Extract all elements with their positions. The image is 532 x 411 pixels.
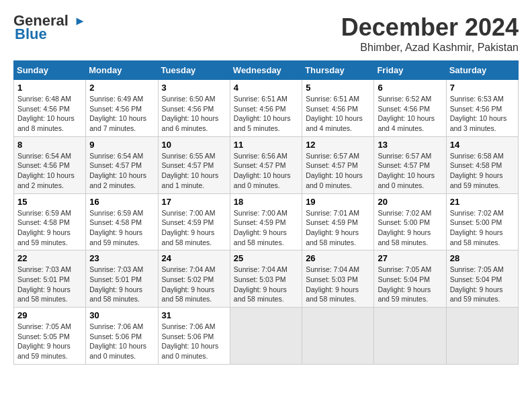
calendar-week-row: 29 Sunrise: 7:05 AMSunset: 5:05 PMDaylig… — [14, 308, 519, 365]
calendar-cell — [446, 308, 518, 365]
day-detail: Sunrise: 7:03 AMSunset: 5:01 PMDaylight:… — [17, 265, 71, 303]
day-detail: Sunrise: 7:06 AMSunset: 5:06 PMDaylight:… — [89, 322, 146, 360]
calendar-table: SundayMondayTuesdayWednesdayThursdayFrid… — [13, 60, 519, 365]
calendar-cell: 19 Sunrise: 7:01 AMSunset: 4:59 PMDaylig… — [302, 193, 374, 250]
day-number: 29 — [17, 310, 82, 320]
calendar-cell: 16 Sunrise: 6:59 AMSunset: 4:58 PMDaylig… — [86, 193, 158, 250]
day-detail: Sunrise: 6:59 AMSunset: 4:58 PMDaylight:… — [89, 209, 143, 246]
day-detail: Sunrise: 6:55 AMSunset: 4:57 PMDaylight:… — [162, 152, 219, 189]
day-number: 7 — [450, 83, 515, 93]
logo: General Blue — [13, 13, 86, 42]
weekday-header-saturday: Saturday — [446, 61, 518, 80]
day-detail: Sunrise: 7:00 AMSunset: 4:59 PMDaylight:… — [162, 209, 216, 246]
calendar-cell: 10 Sunrise: 6:55 AMSunset: 4:57 PMDaylig… — [158, 136, 230, 193]
weekday-header-friday: Friday — [374, 61, 446, 80]
day-detail: Sunrise: 6:54 AMSunset: 4:57 PMDaylight:… — [89, 152, 146, 189]
day-number: 5 — [306, 83, 370, 93]
day-detail: Sunrise: 6:52 AMSunset: 4:56 PMDaylight:… — [378, 95, 435, 132]
calendar-cell: 11 Sunrise: 6:56 AMSunset: 4:57 PMDaylig… — [230, 136, 302, 193]
calendar-cell — [230, 308, 302, 365]
calendar-cell: 7 Sunrise: 6:53 AMSunset: 4:56 PMDayligh… — [446, 80, 518, 137]
day-number: 9 — [89, 140, 154, 150]
day-detail: Sunrise: 6:54 AMSunset: 4:56 PMDaylight:… — [17, 152, 75, 189]
calendar-cell: 9 Sunrise: 6:54 AMSunset: 4:57 PMDayligh… — [86, 136, 158, 193]
calendar-cell: 8 Sunrise: 6:54 AMSunset: 4:56 PMDayligh… — [14, 136, 86, 193]
header: General Blue December 2024 Bhimber, Azad… — [13, 13, 519, 54]
day-detail: Sunrise: 6:57 AMSunset: 4:57 PMDaylight:… — [378, 152, 435, 189]
calendar-cell: 13 Sunrise: 6:57 AMSunset: 4:57 PMDaylig… — [374, 136, 446, 193]
day-number: 1 — [17, 83, 82, 93]
calendar-cell: 31 Sunrise: 7:06 AMSunset: 5:06 PMDaylig… — [158, 308, 230, 365]
day-number: 25 — [234, 253, 298, 263]
day-detail: Sunrise: 7:05 AMSunset: 5:04 PMDaylight:… — [450, 265, 504, 303]
calendar-cell: 27 Sunrise: 7:05 AMSunset: 5:04 PMDaylig… — [374, 250, 446, 308]
calendar-cell: 2 Sunrise: 6:49 AMSunset: 4:56 PMDayligh… — [86, 80, 158, 137]
day-number: 23 — [89, 253, 154, 263]
day-number: 10 — [162, 140, 226, 150]
day-detail: Sunrise: 6:56 AMSunset: 4:57 PMDaylight:… — [234, 152, 291, 189]
day-number: 12 — [306, 140, 370, 150]
calendar-cell: 28 Sunrise: 7:05 AMSunset: 5:04 PMDaylig… — [446, 250, 518, 308]
day-detail: Sunrise: 7:06 AMSunset: 5:06 PMDaylight:… — [162, 322, 219, 360]
day-number: 18 — [234, 197, 298, 207]
day-number: 3 — [162, 83, 226, 93]
calendar-cell: 18 Sunrise: 7:00 AMSunset: 4:59 PMDaylig… — [230, 193, 302, 250]
day-detail: Sunrise: 6:53 AMSunset: 4:56 PMDaylight:… — [450, 95, 507, 132]
weekday-header-monday: Monday — [86, 61, 158, 80]
day-number: 14 — [450, 140, 515, 150]
day-detail: Sunrise: 6:57 AMSunset: 4:57 PMDaylight:… — [306, 152, 363, 189]
day-number: 8 — [17, 140, 82, 150]
day-detail: Sunrise: 7:05 AMSunset: 5:04 PMDaylight:… — [378, 265, 431, 303]
calendar-cell: 5 Sunrise: 6:51 AMSunset: 4:56 PMDayligh… — [302, 80, 374, 137]
calendar-cell: 1 Sunrise: 6:48 AMSunset: 4:56 PMDayligh… — [14, 80, 86, 137]
day-number: 31 — [162, 310, 226, 320]
calendar-week-row: 1 Sunrise: 6:48 AMSunset: 4:56 PMDayligh… — [14, 80, 519, 137]
calendar-cell: 12 Sunrise: 6:57 AMSunset: 4:57 PMDaylig… — [302, 136, 374, 193]
svg-marker-0 — [77, 18, 84, 26]
day-detail: Sunrise: 6:48 AMSunset: 4:56 PMDaylight:… — [17, 95, 75, 132]
day-detail: Sunrise: 7:00 AMSunset: 4:59 PMDaylight:… — [234, 209, 287, 246]
calendar-cell: 14 Sunrise: 6:58 AMSunset: 4:58 PMDaylig… — [446, 136, 518, 193]
calendar-cell: 23 Sunrise: 7:03 AMSunset: 5:01 PMDaylig… — [86, 250, 158, 308]
weekday-header-wednesday: Wednesday — [230, 61, 302, 80]
calendar-cell: 6 Sunrise: 6:52 AMSunset: 4:56 PMDayligh… — [374, 80, 446, 137]
weekday-header-thursday: Thursday — [302, 61, 374, 80]
calendar-cell: 25 Sunrise: 7:04 AMSunset: 5:03 PMDaylig… — [230, 250, 302, 308]
weekday-header-tuesday: Tuesday — [158, 61, 230, 80]
calendar-cell: 17 Sunrise: 7:00 AMSunset: 4:59 PMDaylig… — [158, 193, 230, 250]
title-area: December 2024 Bhimber, Azad Kashmir, Pak… — [341, 13, 519, 54]
day-number: 26 — [306, 253, 370, 263]
day-detail: Sunrise: 6:50 AMSunset: 4:56 PMDaylight:… — [162, 95, 219, 132]
day-number: 2 — [89, 83, 154, 93]
calendar-week-row: 15 Sunrise: 6:59 AMSunset: 4:58 PMDaylig… — [14, 193, 519, 250]
calendar-cell: 4 Sunrise: 6:51 AMSunset: 4:56 PMDayligh… — [230, 80, 302, 137]
calendar-cell: 21 Sunrise: 7:02 AMSunset: 5:00 PMDaylig… — [446, 193, 518, 250]
weekday-header-sunday: Sunday — [14, 61, 86, 80]
logo-blue-text: Blue — [15, 27, 47, 42]
day-detail: Sunrise: 7:02 AMSunset: 5:00 PMDaylight:… — [450, 209, 504, 246]
calendar-cell — [302, 308, 374, 365]
calendar-cell: 3 Sunrise: 6:50 AMSunset: 4:56 PMDayligh… — [158, 80, 230, 137]
month-title: December 2024 — [341, 13, 519, 42]
day-detail: Sunrise: 7:01 AMSunset: 4:59 PMDaylight:… — [306, 209, 359, 246]
day-number: 15 — [17, 197, 82, 207]
day-number: 11 — [234, 140, 298, 150]
day-detail: Sunrise: 6:51 AMSunset: 4:56 PMDaylight:… — [306, 95, 363, 132]
day-number: 22 — [17, 253, 82, 263]
day-detail: Sunrise: 7:04 AMSunset: 5:03 PMDaylight:… — [306, 265, 359, 303]
day-detail: Sunrise: 6:51 AMSunset: 4:56 PMDaylight:… — [234, 95, 291, 132]
day-detail: Sunrise: 7:02 AMSunset: 5:00 PMDaylight:… — [378, 209, 431, 246]
day-detail: Sunrise: 6:58 AMSunset: 4:58 PMDaylight:… — [450, 152, 504, 189]
day-number: 4 — [234, 83, 298, 93]
calendar-cell: 22 Sunrise: 7:03 AMSunset: 5:01 PMDaylig… — [14, 250, 86, 308]
day-detail: Sunrise: 7:03 AMSunset: 5:01 PMDaylight:… — [89, 265, 143, 303]
calendar-cell: 20 Sunrise: 7:02 AMSunset: 5:00 PMDaylig… — [374, 193, 446, 250]
calendar-cell: 24 Sunrise: 7:04 AMSunset: 5:02 PMDaylig… — [158, 250, 230, 308]
day-detail: Sunrise: 6:59 AMSunset: 4:58 PMDaylight:… — [17, 209, 71, 246]
day-number: 17 — [162, 197, 226, 207]
calendar-cell: 29 Sunrise: 7:05 AMSunset: 5:05 PMDaylig… — [14, 308, 86, 365]
day-detail: Sunrise: 7:04 AMSunset: 5:02 PMDaylight:… — [162, 265, 216, 303]
day-number: 30 — [89, 310, 154, 320]
day-number: 16 — [89, 197, 154, 207]
day-number: 6 — [378, 83, 442, 93]
